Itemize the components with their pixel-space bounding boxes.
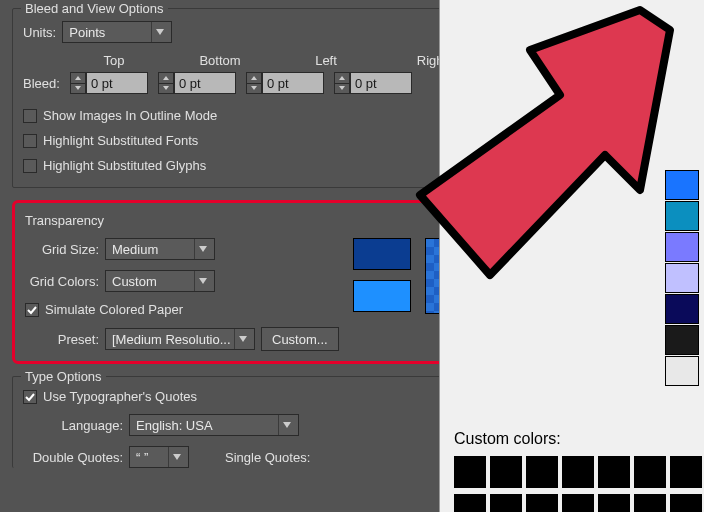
- light-color-swatch[interactable]: [353, 280, 411, 312]
- color-swatch[interactable]: [665, 263, 699, 293]
- custom-color-cell[interactable]: [598, 494, 630, 512]
- typo-quotes-checkbox[interactable]: [23, 390, 37, 404]
- units-select[interactable]: Points: [62, 21, 172, 43]
- custom-color-cell[interactable]: [562, 494, 594, 512]
- custom-color-cell[interactable]: [526, 456, 558, 488]
- units-label: Units:: [23, 25, 56, 40]
- chevron-up-icon: [71, 73, 85, 84]
- language-select[interactable]: English: USA: [129, 414, 299, 436]
- bleed-left-stepper[interactable]: [246, 72, 262, 94]
- show-images-label: Show Images In Outline Mode: [43, 108, 217, 123]
- simulate-paper-label: Simulate Colored Paper: [45, 302, 183, 317]
- dark-color-swatch[interactable]: [353, 238, 411, 270]
- chevron-down-icon: [194, 239, 210, 259]
- color-swatch[interactable]: [665, 170, 699, 200]
- custom-color-cell[interactable]: [634, 494, 666, 512]
- color-swatch[interactable]: [665, 325, 699, 355]
- bleed-label: Bleed:: [23, 76, 60, 91]
- bleed-left-header: Left: [287, 53, 365, 68]
- custom-color-cell[interactable]: [454, 456, 486, 488]
- color-swatch[interactable]: [665, 356, 699, 386]
- chevron-down-icon: [71, 84, 85, 94]
- preset-select[interactable]: [Medium Resolutio...: [105, 328, 255, 350]
- custom-colors-label: Custom colors:: [454, 430, 704, 448]
- grid-size-label: Grid Size:: [25, 242, 99, 257]
- language-label: Language:: [23, 418, 123, 433]
- bleed-right-stepper[interactable]: [334, 72, 350, 94]
- custom-color-cell[interactable]: [526, 494, 558, 512]
- bleed-bottom-header: Bottom: [181, 53, 259, 68]
- grid-colors-label: Grid Colors:: [25, 274, 99, 289]
- show-images-checkbox[interactable]: [23, 109, 37, 123]
- custom-button[interactable]: Custom...: [261, 327, 339, 351]
- bleed-top-header: Top: [75, 53, 153, 68]
- grid-colors-select[interactable]: Custom: [105, 270, 215, 292]
- bleed-left-input[interactable]: 0 pt: [262, 72, 324, 94]
- single-quotes-label: Single Quotes:: [225, 450, 310, 465]
- bleed-bottom-input[interactable]: 0 pt: [174, 72, 236, 94]
- chevron-down-icon: [168, 447, 184, 467]
- double-quotes-label: Double Quotes:: [23, 450, 123, 465]
- bleed-right-input[interactable]: 0 pt: [350, 72, 412, 94]
- custom-color-cell[interactable]: [598, 456, 630, 488]
- bleed-bottom-stepper[interactable]: [158, 72, 174, 94]
- chevron-down-icon: [234, 329, 250, 349]
- bleed-view-legend: Bleed and View Options: [21, 1, 168, 16]
- hl-glyphs-checkbox[interactable]: [23, 159, 37, 173]
- chevron-down-icon: [151, 22, 167, 42]
- color-swatch[interactable]: [665, 201, 699, 231]
- custom-color-cell[interactable]: [490, 456, 522, 488]
- chevron-down-icon: [194, 271, 210, 291]
- custom-color-cell[interactable]: [670, 456, 702, 488]
- preset-label: Preset:: [25, 332, 99, 347]
- color-picker-panel: Custom colors:: [439, 0, 704, 512]
- typo-quotes-label: Use Typographer's Quotes: [43, 389, 197, 404]
- chevron-down-icon: [278, 415, 294, 435]
- custom-color-cell[interactable]: [562, 456, 594, 488]
- color-swatch[interactable]: [665, 294, 699, 324]
- hl-fonts-label: Highlight Substituted Fonts: [43, 133, 198, 148]
- custom-color-cell[interactable]: [490, 494, 522, 512]
- custom-color-cell[interactable]: [454, 494, 486, 512]
- bleed-top-stepper[interactable]: [70, 72, 86, 94]
- custom-color-cell[interactable]: [634, 456, 666, 488]
- color-swatch[interactable]: [665, 232, 699, 262]
- double-quotes-select[interactable]: “ ”: [129, 446, 189, 468]
- grid-size-select[interactable]: Medium: [105, 238, 215, 260]
- hl-fonts-checkbox[interactable]: [23, 134, 37, 148]
- bleed-top-input[interactable]: 0 pt: [86, 72, 148, 94]
- hl-glyphs-label: Highlight Substituted Glyphs: [43, 158, 206, 173]
- type-options-legend: Type Options: [21, 369, 106, 384]
- simulate-paper-checkbox[interactable]: [25, 303, 39, 317]
- custom-color-cell[interactable]: [670, 494, 702, 512]
